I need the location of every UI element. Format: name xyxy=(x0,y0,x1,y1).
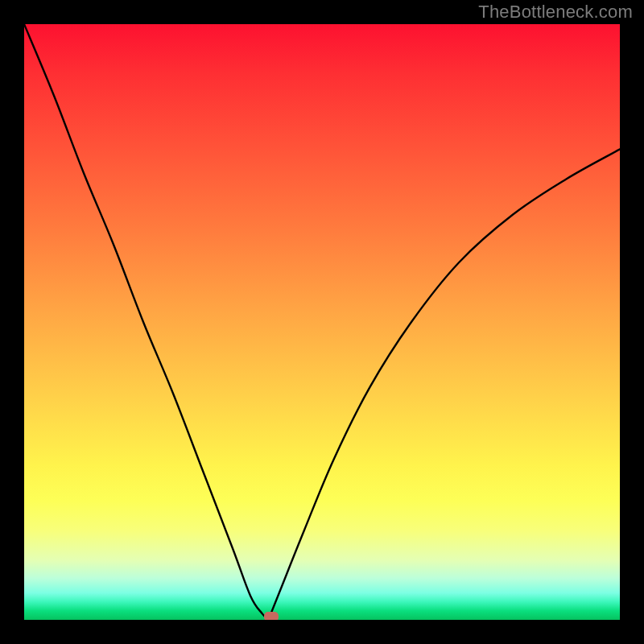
bottleneck-curve xyxy=(24,24,620,620)
chart-frame: TheBottleneck.com xyxy=(0,0,644,644)
plot-area xyxy=(24,24,620,620)
curve-svg xyxy=(24,24,620,620)
optimal-point-marker xyxy=(264,612,279,620)
attribution-text: TheBottleneck.com xyxy=(478,2,633,23)
